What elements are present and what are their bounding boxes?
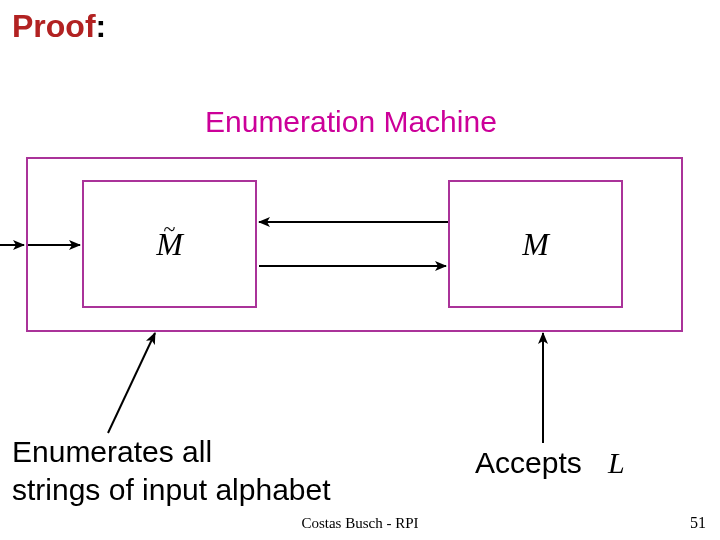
left-caption-line1: Enumerates all (12, 433, 331, 471)
left-machine-label: ~ M (84, 182, 255, 306)
tilde-symbol: ~ (164, 216, 176, 242)
pointer-left-caption (108, 333, 155, 433)
script-L-symbol: L (608, 446, 625, 480)
left-caption-line2: strings of input alphabet (12, 471, 331, 509)
left-machine-box: ~ M (82, 180, 257, 308)
right-m-letter: M (522, 226, 549, 263)
footer-author: Costas Busch - RPI (301, 515, 418, 532)
right-machine-box: M (448, 180, 623, 308)
proof-heading: Proof: (12, 8, 106, 45)
right-caption: Accepts (475, 446, 582, 480)
diagram-title: Enumeration Machine (205, 105, 497, 139)
right-machine-label: M (450, 182, 621, 306)
proof-word: Proof (12, 8, 96, 44)
page-number: 51 (690, 514, 706, 532)
left-caption: Enumerates all strings of input alphabet (12, 433, 331, 508)
proof-colon: : (96, 8, 107, 44)
